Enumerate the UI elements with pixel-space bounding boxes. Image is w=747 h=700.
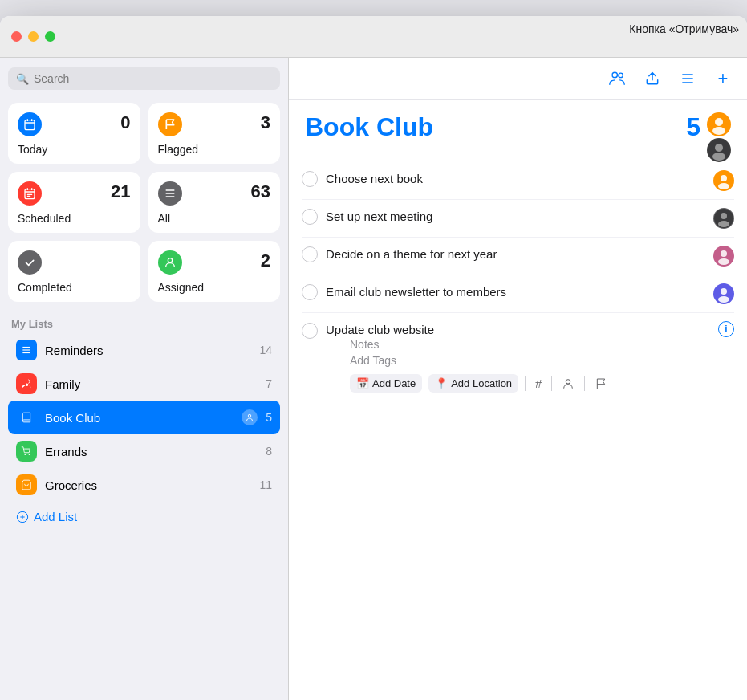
collaborator-button[interactable] <box>606 67 628 90</box>
add-list-button[interactable]: Add List <box>8 503 280 530</box>
smart-list-flagged[interactable]: 3 Flagged <box>148 103 281 164</box>
book-club-list-icon <box>16 407 37 428</box>
sidebar-item-groceries[interactable]: Groceries 11 <box>8 468 280 502</box>
annotation-top-right: Кнопка «Отримувач» <box>629 22 739 35</box>
avatar-1 <box>707 112 731 136</box>
svg-point-22 <box>612 72 617 77</box>
scheduled-count: 21 <box>111 181 130 202</box>
svg-point-15 <box>248 414 251 417</box>
traffic-lights <box>11 31 55 42</box>
smart-list-assigned[interactable]: 2 Assigned <box>148 241 281 302</box>
assigned-label: Assigned <box>158 281 271 294</box>
add-location-label: Add Location <box>451 377 512 389</box>
add-task-button[interactable]: + <box>712 67 734 90</box>
smart-list-completed[interactable]: Completed <box>8 241 140 302</box>
avatars-list <box>707 112 731 162</box>
calendar-icon: 📅 <box>356 377 369 389</box>
avatar-2 <box>707 138 731 162</box>
task-item-2: Set up next meeting <box>302 200 734 238</box>
errands-list-icon <box>16 441 37 462</box>
task-3-checkbox[interactable] <box>302 246 318 262</box>
share-button[interactable] <box>641 67 664 90</box>
add-date-button[interactable]: 📅 Add Date <box>350 374 422 393</box>
svg-point-11 <box>168 258 172 262</box>
sidebar-item-book-club[interactable]: Book Club 5 <box>8 401 280 434</box>
task-5-info-button[interactable]: i <box>718 321 734 337</box>
task-4-avatar <box>713 283 734 304</box>
search-icon: 🔍 <box>16 73 29 85</box>
detail-header: Book Club 5 <box>289 100 747 162</box>
add-location-button[interactable]: 📍 Add Location <box>428 374 518 393</box>
book-club-shared-icon <box>242 409 258 425</box>
svg-point-34 <box>718 183 729 189</box>
family-list-icon <box>16 373 37 394</box>
toolbar-divider-1 <box>525 376 526 391</box>
smart-lists-grid: 0 Today 3 Flagged <box>8 103 280 302</box>
smart-list-all[interactable]: 63 All <box>148 172 281 233</box>
all-label: All <box>158 212 271 225</box>
task-5-text: Update club website <box>326 323 434 336</box>
minimize-button[interactable] <box>28 31 39 42</box>
reminders-list-count: 14 <box>259 344 272 356</box>
all-count: 63 <box>251 181 270 202</box>
reminders-list-name: Reminders <box>45 344 251 357</box>
task-4-text: Email club newsletter to members <box>326 283 705 300</box>
assign-icon <box>562 377 574 390</box>
flag-icon <box>595 377 607 390</box>
scheduled-icon <box>18 181 42 206</box>
sidebar: 🔍 0 Today <box>0 58 289 700</box>
flag-button[interactable] <box>591 374 611 393</box>
toolbar-divider-2 <box>551 376 552 391</box>
sidebar-item-errands[interactable]: Errands 8 <box>8 434 280 468</box>
flagged-label: Flagged <box>158 143 271 156</box>
task-2-checkbox[interactable] <box>302 209 318 225</box>
task-item-1: Choose next book <box>302 162 734 200</box>
task-5-toolbar: 📅 Add Date 📍 Add Location # <box>350 373 710 393</box>
my-lists-section-title: My Lists <box>8 318 280 330</box>
task-5-checkbox[interactable] <box>302 323 318 339</box>
family-list-name: Family <box>45 377 258 391</box>
flagged-icon <box>158 112 182 136</box>
task-5-tags[interactable]: Add Tags <box>350 354 710 367</box>
task-5-notes[interactable]: Notes <box>350 338 710 351</box>
add-date-label: Add Date <box>372 377 416 389</box>
detail-title: Book Club <box>305 112 433 142</box>
app-window: 🔍 0 Today <box>0 16 747 700</box>
reminders-list-icon <box>16 340 37 360</box>
task-3-text: Decide on a theme for next year <box>326 246 705 262</box>
errands-list-count: 8 <box>266 445 272 458</box>
today-icon <box>18 112 42 136</box>
task-1-avatar <box>713 170 734 191</box>
task-4-checkbox[interactable] <box>302 284 318 300</box>
task-2-text: Set up next meeting <box>326 208 705 225</box>
sidebar-item-reminders[interactable]: Reminders 14 <box>8 333 280 367</box>
assign-button[interactable] <box>558 374 578 393</box>
completed-icon <box>18 250 42 275</box>
flagged-count: 3 <box>261 112 270 133</box>
main-content: 🔍 0 Today <box>0 58 747 700</box>
detail-panel: + Book Club 5 <box>289 58 747 700</box>
list-view-button[interactable] <box>676 67 699 90</box>
svg-rect-0 <box>25 120 35 130</box>
smart-list-today[interactable]: 0 Today <box>8 103 140 164</box>
today-label: Today <box>18 143 131 156</box>
svg-point-36 <box>721 213 727 219</box>
all-icon <box>158 181 182 206</box>
task-list: Choose next book Set up next meeting <box>289 162 747 700</box>
task-item-3: Decide on a theme for next year <box>302 238 734 275</box>
detail-count: 5 <box>686 112 700 142</box>
task-1-checkbox[interactable] <box>302 171 318 187</box>
search-bar[interactable]: 🔍 <box>8 67 280 90</box>
sidebar-item-family[interactable]: Family 7 <box>8 367 280 401</box>
groceries-list-name: Groceries <box>45 478 251 492</box>
task-5-content: Update club website Notes Add Tags 📅 Add… <box>326 321 710 393</box>
close-button[interactable] <box>11 31 22 42</box>
task-1-text: Choose next book <box>326 170 705 187</box>
svg-point-17 <box>29 454 30 455</box>
scheduled-label: Scheduled <box>18 212 131 225</box>
search-input[interactable] <box>34 72 272 85</box>
maximize-button[interactable] <box>45 31 55 42</box>
smart-list-scheduled[interactable]: 21 Scheduled <box>8 172 140 233</box>
add-tag-button[interactable]: # <box>532 373 545 393</box>
svg-point-39 <box>721 250 727 257</box>
